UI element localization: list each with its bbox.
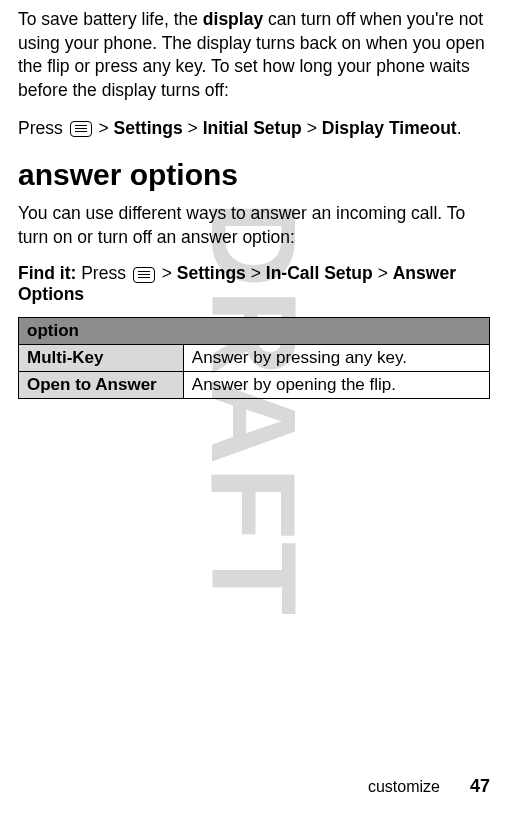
press-path-1: Press > Settings > Initial Setup > Displ… xyxy=(18,117,490,141)
path-display-timeout: Display Timeout xyxy=(322,118,457,138)
intro-bold-display: display xyxy=(203,9,263,29)
path-settings-2: Settings xyxy=(177,263,246,283)
option-open-to-answer: Open to Answer xyxy=(19,372,184,399)
period-1: . xyxy=(457,118,462,138)
table-row: Open to Answer Answer by opening the fli… xyxy=(19,372,490,399)
intro-paragraph: To save battery life, the display can tu… xyxy=(18,8,490,103)
section-heading-answer-options: answer options xyxy=(18,158,490,192)
table-row: Multi-Key Answer by pressing any key. xyxy=(19,345,490,372)
gt-2a: > xyxy=(162,263,172,283)
page-footer: customize47 xyxy=(368,776,490,797)
find-it-press: Press xyxy=(76,263,130,283)
gt-2c: > xyxy=(378,263,388,283)
menu-key-icon-2 xyxy=(133,267,155,283)
answer-options-table: option Multi-Key Answer by pressing any … xyxy=(18,317,490,399)
gt-1c: > xyxy=(307,118,317,138)
table-header-row: option xyxy=(19,318,490,345)
option-multikey-desc: Answer by pressing any key. xyxy=(183,345,489,372)
gt-1a: > xyxy=(98,118,108,138)
gt-1b: > xyxy=(188,118,198,138)
option-multikey: Multi-Key xyxy=(19,345,184,372)
footer-section-name: customize xyxy=(368,778,440,795)
path-settings-1: Settings xyxy=(114,118,183,138)
footer-page-number: 47 xyxy=(470,776,490,796)
find-it-line: Find it: Press > Settings > In-Call Setu… xyxy=(18,263,490,305)
page-content: To save battery life, the display can tu… xyxy=(18,8,490,399)
gt-2b: > xyxy=(251,263,261,283)
menu-key-icon xyxy=(70,121,92,137)
press-label: Press xyxy=(18,118,68,138)
path-initial-setup: Initial Setup xyxy=(203,118,302,138)
answer-options-paragraph: You can use different ways to answer an … xyxy=(18,202,490,249)
find-it-label: Find it: xyxy=(18,263,76,283)
path-incall-setup: In-Call Setup xyxy=(266,263,373,283)
table-header-option: option xyxy=(19,318,490,345)
intro-text-1: To save battery life, the xyxy=(18,9,203,29)
option-open-to-answer-desc: Answer by opening the flip. xyxy=(183,372,489,399)
